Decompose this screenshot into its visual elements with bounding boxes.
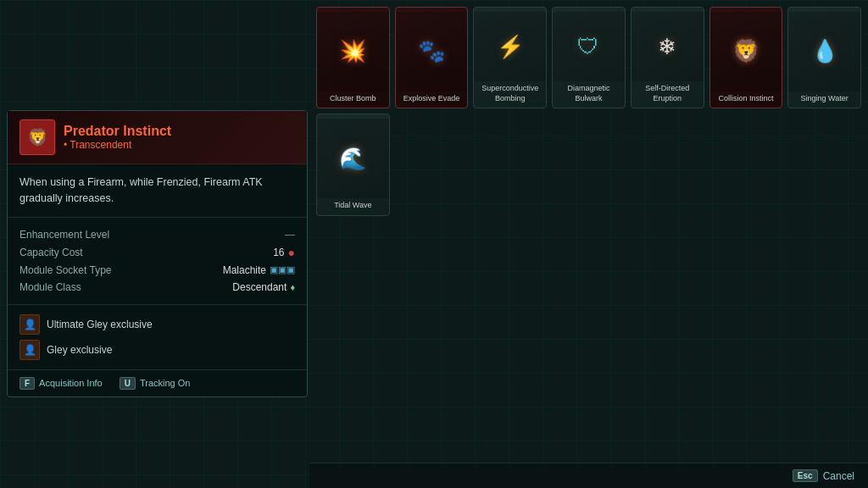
card-name: Collision Instinct bbox=[715, 92, 776, 108]
capacity-stat: Capacity Cost 16 ● bbox=[19, 243, 295, 262]
top-card-7[interactable]: 🌊 Tidal Wave bbox=[316, 114, 390, 215]
cancel-label: Cancel bbox=[823, 470, 854, 482]
u-key-badge: U bbox=[120, 377, 136, 390]
cancel-button[interactable]: Esc Cancel bbox=[793, 469, 854, 482]
esc-key-badge: Esc bbox=[793, 469, 818, 482]
card-icon-area: 💧 bbox=[788, 12, 860, 92]
top-card-4[interactable]: ❄ Self-Directed Eruption bbox=[631, 7, 704, 108]
tracking-btn[interactable]: U Tracking On bbox=[120, 377, 191, 390]
tracking-label: Tracking On bbox=[140, 378, 191, 388]
cards-grid-area[interactable]: 💥 Cluster Bomb 🐾 Explosive Evade ⚡ Super… bbox=[309, 0, 868, 463]
exclusive-label-2: Gley exclusive bbox=[47, 344, 112, 356]
enhancement-label: Enhancement Level bbox=[19, 229, 109, 241]
acquisition-label: Acquisition Info bbox=[39, 378, 103, 388]
card-icon: 🐾 bbox=[418, 38, 445, 64]
top-card-6[interactable]: 💧 Singing Water bbox=[787, 7, 861, 108]
socket-value: Malachite ▣▣▣ bbox=[223, 264, 295, 276]
card-icon-area: ❄ bbox=[632, 12, 704, 81]
card-name: Self-Directed Eruption bbox=[632, 81, 704, 108]
capacity-label: Capacity Cost bbox=[19, 247, 83, 258]
top-card-2[interactable]: ⚡ Superconductive Bombing bbox=[473, 7, 547, 108]
card-icon-area: 🐾 bbox=[396, 12, 468, 92]
title-block: Predator Instinct • Transcendent bbox=[64, 124, 171, 151]
card-name: Explosive Evade bbox=[400, 92, 464, 108]
description-area: When using a Firearm, while Frenzied, Fi… bbox=[8, 164, 307, 218]
card-icon-area: 💥 bbox=[317, 12, 389, 92]
card-icon: 🌊 bbox=[339, 146, 366, 172]
descendant-icon: ♦ bbox=[290, 282, 295, 292]
card-icon-area: 🛡 bbox=[553, 12, 625, 81]
card-icon-area: 🦁 bbox=[710, 12, 782, 92]
card-name: Singing Water bbox=[798, 92, 852, 108]
card-name: Tidal Wave bbox=[331, 198, 375, 215]
module-icon: 🦁 bbox=[19, 119, 55, 155]
top-row-cards: 💥 Cluster Bomb 🐾 Explosive Evade ⚡ Super… bbox=[316, 7, 861, 216]
socket-stat: Module Socket Type Malachite ▣▣▣ bbox=[19, 262, 295, 279]
enhancement-stat: Enhancement Level — bbox=[19, 226, 295, 243]
card-icon-area: 🌊 bbox=[317, 119, 389, 198]
class-value: Descendant ♦ bbox=[232, 281, 295, 293]
exclusives-area: 👤 Ultimate Gley exclusive 👤 Gley exclusi… bbox=[8, 305, 307, 370]
f-key-badge: F bbox=[19, 377, 35, 390]
class-stat: Module Class Descendant ♦ bbox=[19, 279, 295, 296]
card-name: Superconductive Bombing bbox=[474, 81, 546, 108]
card-icon: 🦁 bbox=[732, 38, 760, 64]
top-card-3[interactable]: 🛡 Diamagnetic Bulwark bbox=[552, 7, 626, 108]
info-panel: 🦁 Predator Instinct • Transcendent When … bbox=[7, 110, 308, 397]
card-icon-area: ⚡ bbox=[474, 12, 546, 81]
enhancement-value: — bbox=[285, 229, 295, 241]
top-card-5[interactable]: 🦁 Collision Instinct bbox=[709, 7, 783, 108]
card-icon: 💧 bbox=[811, 38, 838, 64]
card-icon: 🛡 bbox=[577, 34, 599, 60]
socket-label: Module Socket Type bbox=[19, 264, 112, 276]
card-icon: 💥 bbox=[339, 38, 366, 64]
info-panel-header: 🦁 Predator Instinct • Transcendent bbox=[8, 111, 307, 164]
card-name: Diamagnetic Bulwark bbox=[553, 81, 625, 108]
exclusive-label-1: Ultimate Gley exclusive bbox=[47, 319, 153, 330]
exclusive-row-1: 👤 Ultimate Gley exclusive bbox=[19, 312, 295, 337]
stats-area: Enhancement Level — Capacity Cost 16 ● M… bbox=[8, 218, 307, 305]
card-icon: ❄ bbox=[658, 34, 676, 60]
card-name: Cluster Bomb bbox=[326, 92, 380, 108]
card-icon: ⚡ bbox=[497, 34, 524, 60]
acquisition-info-btn[interactable]: F Acquisition Info bbox=[19, 377, 103, 390]
panel-footer: F Acquisition Info U Tracking On bbox=[8, 370, 307, 396]
top-card-0[interactable]: 💥 Cluster Bomb bbox=[316, 7, 390, 108]
exclusive-row-2: 👤 Gley exclusive bbox=[19, 337, 295, 363]
capacity-dot-icon: ● bbox=[288, 246, 295, 259]
exclusive-icon-1: 👤 bbox=[19, 314, 40, 335]
module-name: Predator Instinct bbox=[64, 124, 171, 139]
module-tier: • Transcendent bbox=[64, 139, 171, 151]
top-card-1[interactable]: 🐾 Explosive Evade bbox=[395, 7, 469, 108]
capacity-value: 16 ● bbox=[273, 246, 295, 259]
module-description: When using a Firearm, while Frenzied, Fi… bbox=[19, 175, 295, 207]
exclusive-icon-2: 👤 bbox=[19, 340, 40, 360]
malachite-icon: ▣▣▣ bbox=[270, 264, 295, 275]
bottom-bar: Esc Cancel bbox=[309, 463, 868, 488]
class-label: Module Class bbox=[19, 281, 81, 293]
